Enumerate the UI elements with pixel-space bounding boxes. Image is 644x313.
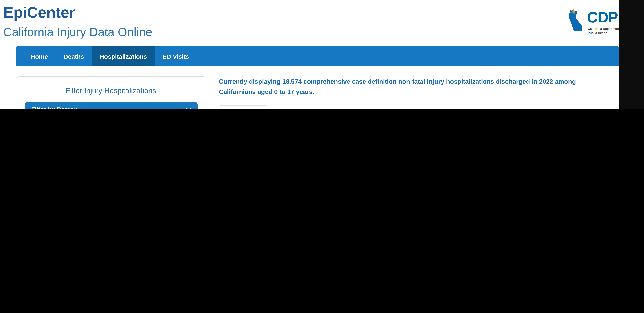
main-navigation: Home Deaths Hospitalizations ED Visits (16, 46, 619, 66)
results-summary: Currently displaying 18,574 comprehensiv… (219, 76, 612, 97)
tab-custom-table[interactable]: Custom Table (219, 106, 267, 109)
app-subtitle: California Injury Data Online (3, 25, 152, 39)
logo-caption-line1: California Department of (588, 27, 624, 31)
logo-caption-line2: Public Health (588, 31, 607, 35)
filter-by-person-label: Filter by Person (31, 106, 78, 109)
nav-item-home[interactable]: Home (23, 46, 56, 66)
california-state-icon (568, 9, 585, 32)
cdph-logo: CDPH California Department of Public Hea… (568, 8, 622, 42)
screen-right-black-strip (619, 0, 644, 109)
nav-item-hospitalizations[interactable]: Hospitalizations (92, 46, 155, 66)
nav-item-ed-visits[interactable]: ED Visits (155, 46, 197, 66)
app-title: EpiCenter (3, 4, 75, 21)
filter-panel-title: Filter Injury Hospitalizations (16, 87, 206, 95)
chevron-down-icon (186, 106, 192, 109)
nav-item-deaths[interactable]: Deaths (56, 46, 92, 66)
filter-panel: Filter Injury Hospitalizations Filter by… (16, 76, 206, 109)
page: EpiCenter California Injury Data Online … (0, 0, 644, 109)
filter-by-person-header[interactable]: Filter by Person (25, 102, 198, 109)
